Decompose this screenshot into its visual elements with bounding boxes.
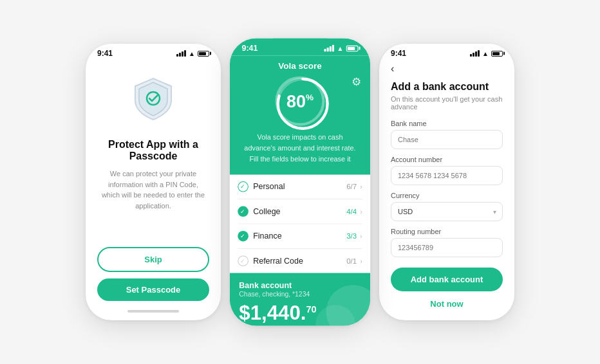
list-item-college[interactable]: ✓ College 4/4 › bbox=[238, 199, 362, 224]
score-value: 80% bbox=[286, 91, 314, 111]
check-icon-finance: ✓ bbox=[238, 231, 248, 242]
status-time-middle: 9:41 bbox=[242, 44, 258, 53]
input-routing-number[interactable] bbox=[391, 238, 503, 257]
list-item-personal-progress: 6/7 bbox=[346, 183, 357, 190]
list-item-personal-right: 6/7 › bbox=[346, 183, 362, 190]
list-item-finance-progress: 3/3 bbox=[346, 232, 357, 240]
phone1-content: Protect App with a Passcode We can prote… bbox=[86, 60, 221, 247]
phone3-description: On this account you'll get your cash adv… bbox=[391, 95, 503, 111]
score-items-list: ✓ Personal 6/7 › ✓ College 4/4 › bbox=[230, 175, 370, 273]
battery-icon-left bbox=[198, 51, 209, 57]
battery-icon-right bbox=[491, 51, 503, 57]
shield-icon bbox=[127, 73, 179, 127]
list-item-personal-left: ✓ Personal bbox=[238, 181, 285, 192]
phone-add-bank: 9:41 ▲ ‹ Add a bank account On this acco… bbox=[379, 44, 514, 320]
list-item-finance-label: Finance bbox=[253, 232, 281, 241]
input-account-number[interactable] bbox=[391, 166, 503, 185]
label-account-number: Account number bbox=[391, 156, 503, 163]
score-circle-container: 80% bbox=[230, 77, 370, 126]
list-item-referral[interactable]: ✓ Referral Code 0/1 › bbox=[238, 249, 362, 273]
phone1-title: Protect App with a Passcode bbox=[98, 139, 208, 162]
list-item-referral-right: 0/1 › bbox=[346, 257, 362, 265]
list-item-college-progress: 4/4 bbox=[346, 208, 357, 215]
label-currency: Currency bbox=[391, 192, 503, 199]
check-icon-referral: ✓ bbox=[238, 256, 248, 267]
chevron-finance: › bbox=[360, 233, 362, 240]
status-icons-left: ▲ bbox=[176, 50, 209, 57]
list-item-finance-left: ✓ Finance bbox=[238, 231, 281, 242]
list-item-personal[interactable]: ✓ Personal 6/7 › bbox=[238, 175, 362, 199]
check-icon-college: ✓ bbox=[238, 206, 248, 217]
label-routing-number: Routing number bbox=[391, 228, 503, 235]
vola-description: Vola score impacts on cash advance's amo… bbox=[230, 132, 370, 164]
list-item-referral-label: Referral Code bbox=[253, 257, 303, 266]
phone-passcode: 9:41 ▲ bbox=[86, 44, 221, 320]
home-indicator-left bbox=[127, 310, 179, 313]
battery-icon-middle bbox=[346, 45, 359, 51]
list-item-referral-left: ✓ Referral Code bbox=[238, 256, 303, 267]
status-icons-middle: ▲ bbox=[324, 44, 359, 51]
settings-gear-icon[interactable]: ⚙ bbox=[352, 76, 361, 89]
vola-score-label: Vola score bbox=[230, 61, 370, 71]
set-passcode-button[interactable]: Set Passcode bbox=[97, 278, 209, 301]
notch-middle bbox=[273, 38, 326, 51]
wifi-icon-right: ▲ bbox=[482, 50, 489, 57]
list-item-referral-progress: 0/1 bbox=[346, 257, 357, 265]
not-now-button[interactable]: Not now bbox=[391, 296, 503, 311]
list-item-personal-label: Personal bbox=[253, 182, 285, 192]
bank-card-amount-sup: 70 bbox=[306, 304, 316, 315]
skip-button[interactable]: Skip bbox=[97, 247, 209, 272]
wifi-icon-left: ▲ bbox=[189, 50, 195, 57]
add-bank-button[interactable]: Add bank account bbox=[391, 268, 503, 291]
label-bank-name: Bank name bbox=[391, 120, 503, 127]
check-icon-personal: ✓ bbox=[238, 181, 248, 192]
notch-right bbox=[421, 44, 473, 57]
input-bank-name[interactable] bbox=[391, 130, 503, 149]
back-arrow-button[interactable]: ‹ bbox=[391, 63, 394, 75]
list-item-finance[interactable]: ✓ Finance 3/3 › bbox=[238, 224, 362, 249]
list-item-finance-right: 3/3 › bbox=[346, 232, 362, 240]
status-time-right: 9:41 bbox=[391, 49, 406, 58]
chevron-referral: › bbox=[360, 257, 362, 264]
list-item-college-label: College bbox=[253, 207, 280, 217]
list-item-college-left: ✓ College bbox=[238, 206, 280, 217]
phone3-content: ‹ Add a bank account On this account you… bbox=[379, 60, 514, 311]
vola-score-header: ⚙ Vola score 80% Vola score impacts on c… bbox=[230, 55, 370, 174]
bank-card: Bank account Chase, checking, *1234 $1,4… bbox=[230, 273, 370, 326]
select-currency-wrap: USD EUR GBP ▾ bbox=[391, 202, 503, 221]
notch-left bbox=[127, 44, 179, 57]
phone3-title: Add a bank account bbox=[391, 81, 503, 93]
chevron-college: › bbox=[360, 208, 362, 215]
phone-vola-score: 9:41 ▲ ⚙ Vola score bbox=[230, 38, 370, 325]
list-item-college-right: 4/4 › bbox=[346, 208, 362, 215]
score-circle: 80% bbox=[276, 77, 325, 126]
chevron-personal: › bbox=[360, 183, 362, 190]
wifi-icon-middle: ▲ bbox=[337, 44, 343, 51]
select-currency[interactable]: USD EUR GBP bbox=[391, 202, 503, 221]
status-icons-right: ▲ bbox=[470, 50, 503, 57]
phone1-description: We can protect your private information … bbox=[98, 168, 208, 211]
status-time-left: 9:41 bbox=[97, 49, 113, 58]
